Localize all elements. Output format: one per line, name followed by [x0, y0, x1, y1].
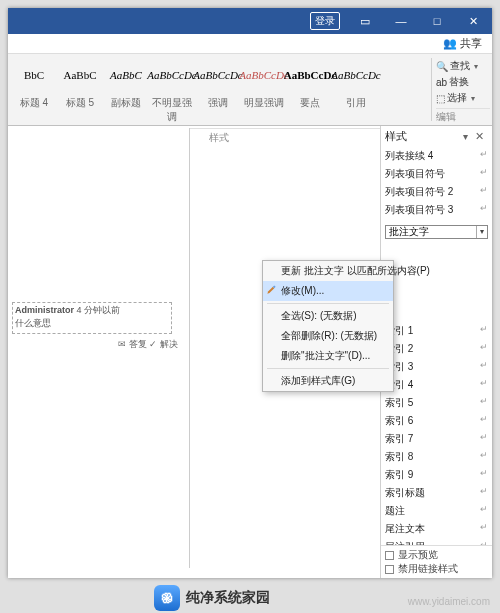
menu-select-all[interactable]: 全选(S): (无数据): [263, 306, 393, 326]
style-list-item[interactable]: 索引 4↵: [381, 376, 492, 394]
editing-group: 🔍 查找 ab 替换 ⬚ 选择 编辑: [434, 54, 492, 125]
share-bar: 👥 共享: [8, 34, 492, 54]
style-list-item[interactable]: 索引 8↵: [381, 448, 492, 466]
window-titlebar: 登录 ▭ — □ ✕: [8, 8, 492, 34]
style-list-item[interactable]: 列表接续 4↵: [381, 147, 492, 165]
style-gallery-label: 要点: [288, 96, 332, 124]
style-gallery-label: 不明显强调: [150, 96, 194, 124]
style-list-item[interactable]: 索引 1↵: [381, 322, 492, 340]
replace-button[interactable]: ab 替换: [436, 74, 490, 90]
styles-pane: 样式 ▾ ✕ 列表接续 4↵列表项目符号↵列表项目符号 2↵列表项目符号 3↵列…: [380, 126, 492, 578]
style-gallery-label: 明显强调: [242, 96, 286, 124]
pane-close-icon[interactable]: ✕: [471, 130, 488, 142]
preview-checkbox[interactable]: [385, 551, 394, 560]
minimize-button[interactable]: —: [386, 8, 416, 34]
style-list-item[interactable]: 列表项目符号 3↵: [381, 201, 492, 219]
style-list-item[interactable]: 尾注引用↵: [381, 538, 492, 546]
linked-label: 禁用链接样式: [398, 562, 458, 576]
style-list-item[interactable]: 索引标题↵: [381, 484, 492, 502]
style-context-menu: 更新 批注文字 以匹配所选内容(P) 修改(M)... 全选(S): (无数据)…: [262, 260, 394, 392]
style-list-item[interactable]: 索引 6↵: [381, 412, 492, 430]
share-icon: 👥: [443, 37, 457, 50]
style-list-item[interactable]: 索引 5↵: [381, 394, 492, 412]
menu-modify-style[interactable]: 修改(M)...: [263, 281, 393, 301]
style-selector[interactable]: 批注文字 ▾: [385, 225, 488, 239]
comment-actions: ✉ 答复 ✓ 解决: [118, 338, 178, 351]
style-gallery-item[interactable]: AaBbC: [104, 56, 148, 94]
brand-icon: ֎: [154, 585, 180, 611]
style-list-item[interactable]: 索引 9↵: [381, 466, 492, 484]
style-gallery-item[interactable]: BbC: [12, 56, 56, 94]
select-button[interactable]: ⬚ 选择: [436, 90, 490, 106]
style-list-item[interactable]: 索引 2↵: [381, 340, 492, 358]
menu-delete-style[interactable]: 删除"批注文字"(D)...: [263, 346, 393, 366]
style-list-item[interactable]: 索引 7↵: [381, 430, 492, 448]
comment-author: Administrator: [15, 305, 74, 315]
reply-button[interactable]: ✉ 答复: [118, 339, 147, 349]
brand-logo: ֎ 纯净系统家园: [154, 585, 270, 611]
pane-title: 样式: [385, 129, 407, 144]
style-list-item[interactable]: 题注↵: [381, 502, 492, 520]
style-list-item[interactable]: 索引 3↵: [381, 358, 492, 376]
ribbon: BbCAaBbCAaBbCAaBbCcDcAaBbCcDcAaBbCcDcAaB…: [8, 54, 492, 126]
style-gallery-item[interactable]: AaBbCcDc: [196, 56, 240, 94]
style-gallery-label: 标题 5: [58, 96, 102, 124]
preview-label: 显示预览: [398, 548, 438, 562]
watermark: www.yidaimei.com: [408, 596, 490, 607]
find-button[interactable]: 🔍 查找: [436, 58, 490, 74]
style-gallery-label: 强调: [196, 96, 240, 124]
brush-icon: [266, 284, 277, 295]
style-gallery-label: 副标题: [104, 96, 148, 124]
share-button[interactable]: 共享: [460, 36, 482, 51]
style-dropdown-icon[interactable]: ▾: [476, 226, 484, 238]
linked-checkbox[interactable]: [385, 565, 394, 574]
style-list-item[interactable]: 尾注文本↵: [381, 520, 492, 538]
resolve-button[interactable]: ✓ 解决: [149, 339, 178, 349]
style-list-item[interactable]: 列表项目符号 2↵: [381, 183, 492, 201]
comment-text: 什么意思: [15, 318, 51, 328]
login-button[interactable]: 登录: [310, 12, 340, 30]
style-gallery-item[interactable]: AaBbCcDc: [242, 56, 286, 94]
style-gallery-label: 标题 4: [12, 96, 56, 124]
close-button[interactable]: ✕: [458, 8, 488, 34]
pane-footer: 显示预览 禁用链接样式: [381, 545, 492, 578]
style-gallery-item[interactable]: AaBbCcDc: [334, 56, 378, 94]
style-gallery-label: 引用: [334, 96, 378, 124]
style-gallery-item[interactable]: AaBbCcDc: [288, 56, 332, 94]
menu-remove-all[interactable]: 全部删除(R): (无数据): [263, 326, 393, 346]
group-edit-label: 编辑: [436, 108, 490, 125]
menu-add-to-gallery[interactable]: 添加到样式库(G): [263, 371, 393, 391]
style-list-item[interactable]: 列表项目符号↵: [381, 165, 492, 183]
style-list-item[interactable]: 列表项目符号 4↵: [381, 219, 492, 222]
comment-time: 4 分钟以前: [77, 305, 121, 315]
pane-options-icon[interactable]: ▾: [463, 131, 468, 142]
menu-update-style[interactable]: 更新 批注文字 以匹配所选内容(P): [263, 261, 393, 281]
current-style-label: 批注文字: [389, 225, 429, 239]
styles-gallery[interactable]: BbCAaBbCAaBbCAaBbCcDcAaBbCcDcAaBbCcDcAaB…: [8, 54, 429, 96]
style-gallery-item[interactable]: AaBbCcDc: [150, 56, 194, 94]
style-gallery-item[interactable]: AaBbC: [58, 56, 102, 94]
ribbon-display-options[interactable]: ▭: [350, 8, 380, 34]
comment-balloon[interactable]: Administrator 4 分钟以前 什么意思: [12, 302, 172, 334]
maximize-button[interactable]: □: [422, 8, 452, 34]
